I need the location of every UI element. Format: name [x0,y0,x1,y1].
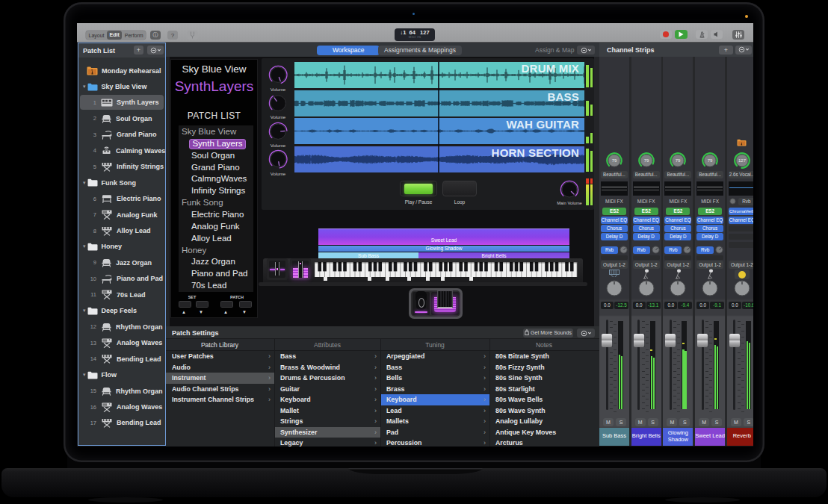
svg-text:79: 79 [643,158,649,163]
svg-text:79: 79 [708,158,713,163]
svg-text:127: 127 [738,158,747,163]
svg-text:79: 79 [612,158,617,163]
svg-text:79: 79 [676,158,681,163]
